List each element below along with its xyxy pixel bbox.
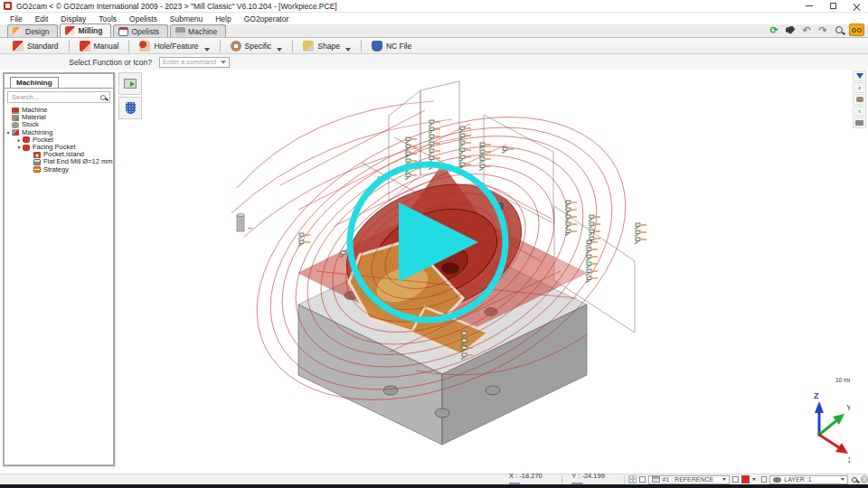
facing-pocket-node-icon (23, 145, 30, 151)
machine-icon (175, 27, 185, 36)
tab-opelists[interactable]: Opelists (113, 24, 168, 37)
material-node-icon (12, 115, 19, 121)
strategy-node-icon (33, 166, 41, 173)
tool-small-button[interactable] (853, 94, 866, 105)
zoom-icon[interactable] (833, 24, 845, 36)
tree-item-machine[interactable]: Machine (5, 107, 113, 114)
specific-icon (231, 41, 241, 52)
tab-design[interactable]: Design (7, 24, 58, 37)
machining-panel: Machining Search... Machine Material Sto… (3, 72, 115, 466)
tab-opelists-label: Opelists (131, 27, 159, 36)
tree-item-strategy[interactable]: Strategy (5, 166, 113, 174)
reference-dropdown[interactable]: #1 : REFERENCE (648, 475, 731, 484)
axis-y-label: Y (846, 403, 850, 412)
minimize-icon (806, 5, 813, 6)
axis-triad: Z Y X (814, 391, 850, 465)
machine-play-icon (124, 79, 137, 89)
nc-file-icon (372, 41, 382, 52)
color-checkbox[interactable] (732, 476, 739, 483)
hole-feature-label: Hole/Feature (154, 42, 198, 51)
ribbon-tab-row: Design Milling Opelists Machine (0, 24, 868, 38)
undo-icon[interactable]: ↶ (800, 24, 813, 36)
menu-submenu[interactable]: Submenu (164, 13, 209, 24)
filter-icon (856, 73, 863, 79)
tool-cylinder (237, 213, 252, 231)
tool-small-icon (856, 97, 863, 102)
specific-button[interactable]: Specific (222, 39, 292, 53)
search-input[interactable]: Search... (7, 91, 110, 103)
menu-go2operator[interactable]: GO2operator (238, 13, 296, 24)
search-placeholder: Search... (12, 93, 39, 101)
manual-button[interactable]: Manual (71, 39, 128, 53)
maximize-icon (830, 3, 836, 9)
tree-item-machining[interactable]: ▾ Machining (5, 129, 113, 136)
menu-opelists[interactable]: Opelists (123, 13, 164, 24)
machining-panel-tab[interactable]: Machining (10, 77, 59, 88)
hole-feature-button[interactable]: Hole/Feature (130, 39, 218, 53)
go2cam-window: GO2cam < © GO2cam International 2009 - 2… (0, 0, 868, 488)
refresh-icon[interactable]: ⟳ (768, 24, 780, 36)
redo-icon[interactable]: ↷ (816, 24, 829, 36)
nc-file-button[interactable]: NC File (363, 39, 420, 53)
layer-checkbox[interactable] (761, 476, 768, 483)
capture-icon (855, 120, 863, 126)
layer-dropdown[interactable]: LAYER :1 (769, 475, 848, 484)
simulation-play-button[interactable] (118, 72, 142, 95)
tool-probe-icon[interactable] (784, 24, 797, 36)
help-icon[interactable]: ? (861, 475, 868, 483)
command-prompt-label: Select Function or Icon? (0, 58, 152, 67)
collapse-green-button[interactable]: ‹ (853, 106, 866, 117)
tool-view-button[interactable] (118, 97, 142, 119)
shape-button[interactable]: Shape (294, 39, 360, 53)
command-bar: Select Function or Icon? Enter a command (0, 54, 868, 70)
tab-machine[interactable]: Machine (170, 24, 226, 37)
scale-label: 10 mm (835, 377, 850, 383)
search-icon (100, 95, 106, 100)
chevron-down-icon (752, 478, 756, 481)
pocket-island-node-icon (33, 152, 41, 158)
viewport-3d[interactable]: 10 mm Z Y X (115, 70, 850, 474)
command-combobox[interactable]: Enter a command (159, 57, 230, 68)
title-bar: GO2cam < © GO2cam International 2009 - 2… (0, 0, 868, 13)
machining-node-icon (12, 129, 19, 136)
color-swatch[interactable] (741, 475, 750, 483)
menu-edit[interactable]: Edit (29, 13, 55, 24)
tree-item-material[interactable]: Material (5, 114, 113, 121)
status-bar: X : -18.270 mm Y : -24.199 mm #1 : REFER… (0, 474, 868, 484)
chevron-down-icon (221, 61, 226, 64)
bottom-edge-strip (0, 484, 868, 488)
milling-toolbar: Standard Manual Hole/Feature Specific Sh… (0, 38, 868, 54)
menu-help[interactable]: Help (209, 13, 237, 24)
close-icon (853, 3, 860, 10)
close-button[interactable] (844, 0, 868, 12)
manual-label: Manual (94, 42, 119, 51)
app-icon (4, 2, 12, 10)
capture-button[interactable] (853, 117, 866, 128)
hole-feature-icon (139, 41, 150, 52)
minimize-button[interactable] (797, 0, 821, 12)
go2view-glasses-icon[interactable] (849, 23, 864, 36)
manual-icon (80, 41, 90, 52)
maximize-button[interactable] (821, 0, 844, 12)
opelists-icon (118, 27, 128, 36)
blue-tool-icon (126, 102, 136, 114)
right-toolbar: ‹ ‹ (853, 70, 866, 128)
machine-node-icon (12, 108, 19, 114)
chevron-down-icon (841, 478, 844, 481)
collapse-blue-button[interactable]: ‹ (853, 82, 866, 93)
menu-bar: File Edit Display Tools Opelists Submenu… (0, 13, 868, 24)
machining-tree: Machine Material Stock ▾ Machining ▸ Poc… (5, 107, 113, 174)
shape-label: Shape (317, 42, 340, 51)
tab-milling[interactable]: Milling (60, 23, 111, 37)
tab-design-label: Design (25, 27, 49, 36)
reference-icon (652, 476, 660, 483)
snap-grid-icon[interactable] (628, 475, 636, 483)
pocket-node-icon (23, 136, 30, 143)
menu-file[interactable]: File (4, 13, 29, 24)
chevron-down-icon (277, 48, 282, 52)
reference-checkbox[interactable] (639, 476, 646, 483)
standard-button[interactable]: Standard (4, 39, 68, 53)
specific-label: Specific (245, 42, 272, 51)
tree-item-stock[interactable]: Stock (5, 121, 113, 128)
filter-button[interactable] (853, 70, 866, 81)
